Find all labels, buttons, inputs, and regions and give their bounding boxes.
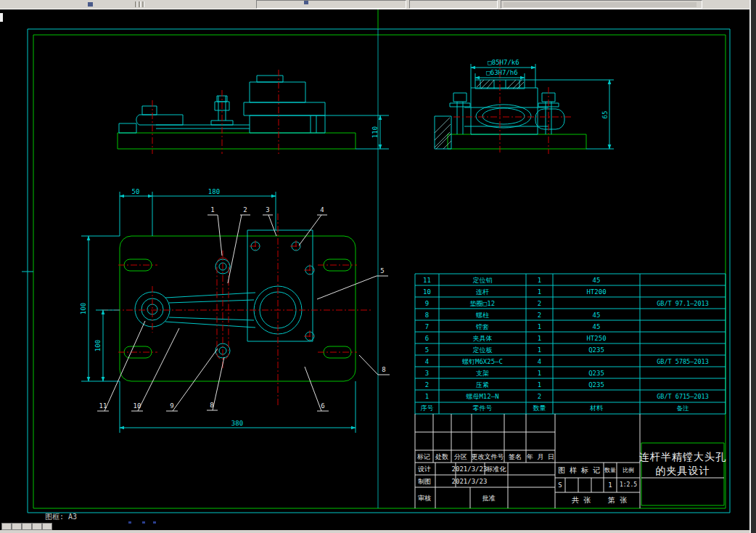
bom-row2-col0: 9 <box>425 300 429 306</box>
toolbar-field[interactable] <box>256 0 406 9</box>
stamp-mark-header: 图 样 标 记 <box>558 467 600 474</box>
dim-front-height: 110 <box>372 126 379 138</box>
rev-header-doc: 更改文件号 <box>472 454 504 460</box>
bom-row6-col2: 1 <box>538 346 541 353</box>
bom-row9-col3: Q235 <box>588 382 604 388</box>
bom-row1-col3: HT200 <box>586 288 606 295</box>
bom-header-col0: 序号 <box>421 405 434 412</box>
balloon-3: 3 <box>266 207 269 213</box>
taskbar-remnant <box>0 530 756 533</box>
draft-label: 制图 <box>418 479 431 485</box>
balloon-9: 9 <box>170 403 173 410</box>
bom-row7-col0: 4 <box>425 359 429 365</box>
toolbar-grip-icon[interactable] <box>139 1 141 7</box>
toolbar-grip-icon[interactable] <box>135 1 137 7</box>
approve-label: 批准 <box>482 495 496 502</box>
bom-row10-col1: 螺母M12—N <box>466 394 498 400</box>
audit-label: 审核 <box>418 495 431 502</box>
bom-row2-col4: GB/T 97.1—2013 <box>657 300 709 306</box>
drawing-title-line1: 连杆半精镗大头孔 <box>639 452 726 462</box>
taskbar-icon[interactable] <box>42 523 52 530</box>
taskbar-icon[interactable] <box>22 523 32 530</box>
stamp-scale-header: 比例 <box>623 468 634 473</box>
taskbar-icon[interactable] <box>1 523 12 530</box>
design-date: 2021/3/23 <box>452 466 488 473</box>
toolbar-icon[interactable] <box>88 2 93 7</box>
bom-row4-col2: 1 <box>538 323 541 330</box>
dim-side-height: 65 <box>602 111 609 119</box>
bom-row8-col0: 3 <box>425 370 429 377</box>
drawing-canvas[interactable]: 1 2 3 4 5 8 11 10 9 8 6 50 180 380 100 1… <box>0 0 756 533</box>
bom-row5-col3: HT250 <box>586 335 606 341</box>
stamp-mark-value: S <box>558 482 562 489</box>
bom-row4-col1: 镗套 <box>476 323 489 330</box>
rev-header-mark: 标记 <box>417 454 430 460</box>
dim-180: 180 <box>208 189 220 195</box>
bom-row3-col2: 2 <box>538 312 541 318</box>
balloon-1: 1 <box>210 207 214 213</box>
toolbar-grip-icon[interactable] <box>142 1 144 7</box>
balloon-8-bottom: 8 <box>210 402 213 409</box>
bom-row3-col3: 45 <box>593 312 601 318</box>
balloon-10: 10 <box>133 403 141 410</box>
sheet-no: 第 张 <box>608 497 627 504</box>
bom-row1-col1: 连杆 <box>476 288 489 295</box>
bom-row1-col0: 10 <box>423 288 431 295</box>
bom-row9-col1: 压紧 <box>476 382 489 388</box>
sheet-total: 共 张 <box>572 497 591 504</box>
taskbar-icon[interactable] <box>32 523 42 530</box>
bom-row8-col1: 支架 <box>476 370 489 377</box>
balloon-6: 6 <box>321 403 324 410</box>
stamp-qty-value: 1 <box>608 482 612 489</box>
dim-380: 380 <box>231 420 243 427</box>
bom-row0-col1: 定位销 <box>473 277 493 283</box>
bom-row8-col2: 1 <box>538 370 541 377</box>
rev-header-sign: 签名 <box>509 454 522 460</box>
toolbar-dropdown[interactable] <box>501 0 702 9</box>
bom-row9-col2: 1 <box>538 382 541 388</box>
toolbar-icon[interactable] <box>304 1 308 4</box>
bom-row10-col4: GB/T 6715—2013 <box>657 394 709 400</box>
dim-100-outer: 100 <box>81 303 87 314</box>
toolbar-dropdown-value <box>504 2 697 7</box>
bom-row10-col2: 2 <box>538 394 541 400</box>
bom-row2-col1: 垫圈□12 <box>470 300 495 306</box>
window-border-right[interactable] <box>749 0 756 533</box>
taskbar-icon[interactable] <box>12 523 22 530</box>
bom-header-col3: 材料 <box>590 405 603 412</box>
design-label: 设计 <box>418 466 431 473</box>
bom-row0-col2: 1 <box>538 277 541 283</box>
toolbar-remnant <box>0 0 756 9</box>
bom-row7-col2: 4 <box>538 359 541 365</box>
bom-row8-col3: Q235 <box>588 370 604 377</box>
bom-row9-col0: 2 <box>425 382 429 388</box>
frame-note: 图框: A3 <box>45 512 77 522</box>
bom-row3-col1: 螺柱 <box>476 312 489 318</box>
bom-row0-col3: 45 <box>593 277 601 283</box>
balloon-4: 4 <box>320 207 324 213</box>
bom-header-col2: 数量 <box>533 405 546 412</box>
bom-header-col1: 零件号 <box>473 405 493 412</box>
rev-header-zone: 分区 <box>454 454 467 460</box>
bom-row6-col0: 5 <box>425 346 429 353</box>
bom-row5-col0: 6 <box>425 335 429 341</box>
bom-row5-col2: 1 <box>538 335 541 341</box>
rev-header-date: 年 月 日 <box>527 454 554 460</box>
stamp-scale-value: 1:2.5 <box>620 482 637 488</box>
toolbar-field[interactable] <box>409 0 498 9</box>
window-edge-left <box>0 13 3 22</box>
dim-100-inner: 100 <box>95 340 102 351</box>
balloon-2: 2 <box>243 207 247 213</box>
bom-row7-col1: 螺钉M6X25—C <box>462 359 503 365</box>
standard-label: 标准化 <box>487 466 506 473</box>
bom-row1-col2: 1 <box>538 288 541 295</box>
rev-header-count: 处数 <box>435 454 448 460</box>
bom-row4-col0: 7 <box>425 323 429 330</box>
bom-row0-col0: 11 <box>423 277 431 283</box>
bom-row5-col1: 夹具体 <box>473 335 493 341</box>
balloon-11: 11 <box>99 403 107 410</box>
dim-fit-outer: □85H7/k6 <box>488 60 519 66</box>
bom-header-col4: 备注 <box>677 405 689 412</box>
bom-row6-col1: 定位板 <box>473 346 493 353</box>
bom-row7-col4: GB/T 5785—2013 <box>657 359 709 365</box>
